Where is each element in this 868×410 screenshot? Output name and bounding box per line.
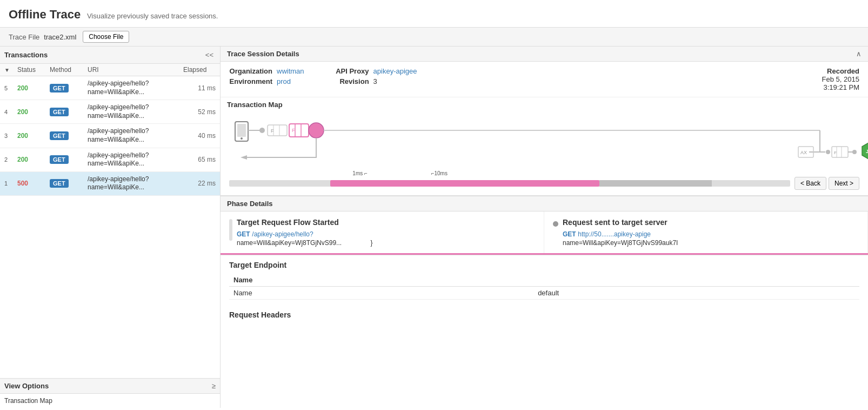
sort-icon[interactable]: ▼ — [4, 67, 17, 73]
transactions-header: Transactions << — [0, 47, 220, 64]
svg-text:F: F — [834, 150, 837, 155]
timeline-area: 1ms ⌐ ⌐10ms < Back Next > — [221, 175, 868, 196]
page-subtitle: Visualize previously saved trace session… — [87, 12, 218, 20]
tx-uri: /apikey-apigee/hello?name=Will&apiKe... — [88, 80, 183, 96]
endpoint-row: Name default — [229, 287, 859, 300]
svg-point-13 — [309, 123, 324, 138]
svg-text:AX: AX — [800, 150, 807, 155]
tx-row[interactable]: 2 200 GET /apikey-apigee/hello?name=Will… — [0, 148, 220, 172]
tx-status: 200 — [17, 108, 50, 116]
tx-num: 4 — [4, 109, 17, 115]
tx-method: GET — [50, 155, 88, 164]
env-row: Environment prod — [229, 77, 304, 85]
svg-text:JS: JS — [866, 149, 868, 154]
org-row: Organization wwitman — [229, 67, 304, 75]
page-title: Offline Trace — [9, 8, 81, 21]
org-label: Organization — [229, 67, 272, 75]
request-headers-section: Request Headers — [221, 305, 868, 319]
tx-row[interactable]: 4 200 GET /apikey-apigee/hello?name=Will… — [0, 100, 220, 124]
view-options-title: View Options — [4, 382, 49, 390]
env-value: prod — [277, 77, 291, 85]
tx-row[interactable]: 1 500 GET /apikey-apigee/hello?name=Will… — [0, 172, 220, 196]
phase-cards: Target Request Flow Started GET /apikey-… — [221, 211, 868, 255]
revision-row: Revision 3 — [326, 77, 417, 85]
uri-col-header: URI — [88, 66, 183, 74]
tx-uri: /apikey-apigee/hello?name=Will&apiKe... — [88, 175, 183, 192]
svg-point-2 — [241, 137, 243, 140]
trace-file-bar: Trace File trace2.xml Choose File — [0, 28, 868, 47]
timeline-fill-gray — [599, 180, 712, 187]
endpoint-name-col-header: Name — [229, 274, 533, 287]
endpoint-name-label: Name — [229, 287, 533, 300]
svg-rect-1 — [237, 124, 246, 137]
env-label: Environment — [229, 77, 272, 85]
phase-card-2: Request sent to target server GET http:/… — [544, 211, 868, 253]
revision-value: 3 — [373, 77, 377, 85]
timeline-label-10ms: ⌐10ms — [431, 170, 448, 176]
tx-method: GET — [50, 108, 88, 116]
svg-text:F: F — [292, 128, 295, 133]
revision-label: Revision — [326, 77, 369, 85]
tx-elapsed: 52 ms — [183, 108, 216, 116]
svg-point-4 — [259, 128, 265, 133]
target-endpoint-title: Target Endpoint — [229, 261, 859, 269]
tx-list: 5 200 GET /apikey-apigee/hello?name=Will… — [0, 76, 220, 378]
phase-details-section: Phase Details Target Request Flow Starte… — [221, 196, 868, 408]
phase-card-2-desc: name=Will&apiKey=Wj8TGjNvS99auk7I — [563, 239, 678, 247]
left-panel: Transactions << ▼ Status Method URI Elap… — [0, 47, 221, 408]
phase-card-2-title: Request sent to target server — [563, 218, 678, 227]
recorded-time: 3:19:21 PM — [824, 83, 860, 91]
tx-num: 1 — [4, 180, 17, 187]
tx-status: 200 — [17, 84, 50, 92]
phase-card-1: Target Request Flow Started GET /apikey-… — [221, 211, 544, 253]
method-col-header: Method — [50, 66, 88, 74]
trace-file-label: Trace File — [9, 33, 39, 41]
status-col-header: Status — [17, 66, 50, 74]
view-options-expand-icon[interactable]: ≥ — [212, 382, 216, 390]
view-options-sub-item: Transaction Map — [4, 397, 52, 405]
proxy-value: apikey-apigee — [373, 67, 417, 75]
tx-table-header: ▼ Status Method URI Elapsed — [0, 64, 220, 76]
tx-uri: /apikey-apigee/hello?name=Will&apiKe... — [88, 127, 183, 144]
org-value: wwitman — [277, 67, 304, 75]
timeline-bar: 1ms ⌐ ⌐10ms — [229, 178, 790, 189]
tx-row[interactable]: 5 200 GET /apikey-apigee/hello?name=Will… — [0, 76, 220, 100]
svg-point-18 — [826, 150, 830, 154]
tx-num: 3 — [4, 133, 17, 139]
timeline-label-1ms: 1ms ⌐ — [352, 170, 368, 176]
endpoint-value-col-header — [533, 274, 859, 287]
endpoint-name-value: default — [533, 287, 859, 300]
transaction-map-section: Transaction Map F — [221, 97, 868, 196]
tx-status: 500 — [17, 180, 50, 187]
main-layout: Transactions << ▼ Status Method URI Elap… — [0, 47, 868, 408]
collapse-trace-session-button[interactable]: ∧ — [856, 50, 862, 58]
target-endpoint-section: Target Endpoint Name Name default — [221, 255, 868, 305]
status-dot-gray — [553, 221, 558, 227]
trace-file-name: trace2.xml — [44, 33, 76, 41]
view-options: View Options ≥ — [0, 378, 220, 393]
right-panel: Trace Session Details ∧ Organization wwi… — [221, 47, 868, 408]
request-headers-title: Request Headers — [229, 310, 859, 319]
recorded-date: Feb 5, 2015 — [822, 75, 859, 83]
svg-point-24 — [852, 150, 857, 154]
page-header: Offline Trace Visualize previously saved… — [0, 0, 868, 28]
tx-method: GET — [50, 84, 88, 92]
proxy-row: API Proxy apikey-apigee — [326, 67, 417, 75]
tx-elapsed: 65 ms — [183, 156, 216, 163]
tx-elapsed: 11 ms — [183, 84, 216, 92]
tx-row[interactable]: 3 200 GET /apikey-apigee/hello?name=Will… — [0, 124, 220, 148]
view-options-content: Transaction Map — [0, 393, 220, 408]
tx-elapsed: 22 ms — [183, 180, 216, 187]
tx-num: 2 — [4, 156, 17, 163]
org-env-group: Organization wwitman Environment prod — [229, 67, 304, 91]
phase-card-2-method: GET http://50.......apikey-apige — [563, 230, 678, 238]
collapse-transactions-button[interactable]: << — [203, 50, 216, 60]
tx-method: GET — [50, 179, 88, 188]
recorded-label: Recorded — [827, 67, 859, 75]
phase-details-header: Phase Details — [221, 196, 868, 211]
endpoint-table: Name Name default — [229, 274, 859, 300]
trace-session-details-header: Trace Session Details ∧ — [221, 47, 868, 62]
tx-method: GET — [50, 131, 88, 140]
choose-file-button[interactable]: Choose File — [83, 31, 129, 43]
tx-status: 200 — [17, 156, 50, 163]
